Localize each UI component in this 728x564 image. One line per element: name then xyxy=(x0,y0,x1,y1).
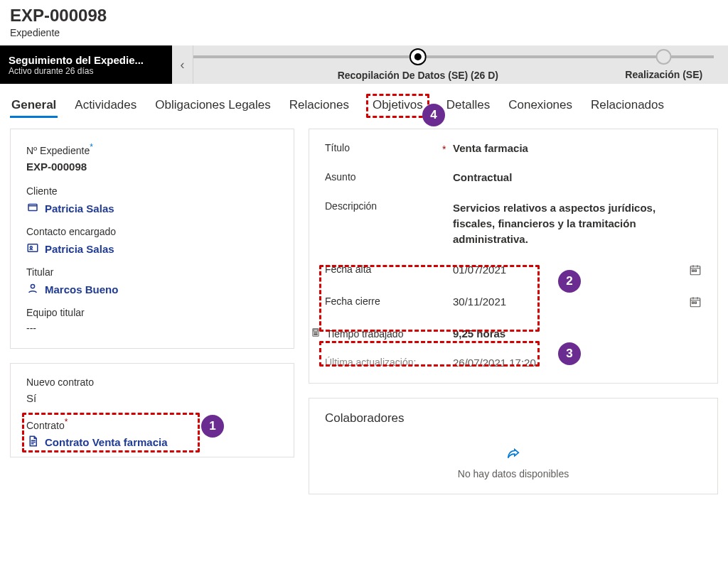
tab-general[interactable]: General xyxy=(10,94,58,118)
bpf-name: Seguimiento del Expedie... xyxy=(9,54,164,66)
titular-value: Marcos Bueno xyxy=(45,283,118,295)
contact-icon xyxy=(26,242,39,256)
entity-name: Expediente xyxy=(10,27,718,38)
equipo-label: Equipo titular xyxy=(26,307,278,318)
callout-1: 1 xyxy=(201,415,224,438)
svg-rect-14 xyxy=(314,330,318,331)
svg-point-17 xyxy=(316,332,317,333)
business-process-flow: Seguimiento del Expedie... Activo durant… xyxy=(0,45,728,84)
contrato-value: Contrato Venta farmacia xyxy=(45,436,168,448)
bpf-collapse-button[interactable]: ‹ xyxy=(172,45,193,84)
num-expediente-value[interactable]: EXP-000098 xyxy=(26,161,278,173)
bpf-title-block[interactable]: Seguimiento del Expedie... Activo durant… xyxy=(0,45,172,84)
num-expediente-label: Nº Expediente* xyxy=(26,142,278,156)
titular-label: Titular xyxy=(26,266,278,278)
tab-relacionados[interactable]: Relacionados xyxy=(589,94,665,118)
contacto-label: Contacto encargado xyxy=(26,226,278,237)
chevron-left-icon: ‹ xyxy=(181,58,185,72)
bpf-track: Recopilación De Datos (SE) (26 D) Realiz… xyxy=(193,45,728,84)
svg-rect-3 xyxy=(28,204,37,210)
tiempo-label: Tiempo trabajado xyxy=(325,327,453,340)
colaboradores-empty-text: No hay datos disponibles xyxy=(325,468,702,479)
svg-point-20 xyxy=(316,335,317,335)
fecha-cierre-calendar-button[interactable] xyxy=(666,295,702,310)
contrato-lookup[interactable]: Contrato Venta farmacia xyxy=(26,435,278,450)
titulo-label: Título* xyxy=(325,142,453,153)
svg-point-5 xyxy=(30,246,32,248)
titulo-value[interactable]: Venta farmacia xyxy=(453,142,666,154)
svg-rect-11 xyxy=(692,302,694,303)
document-icon xyxy=(26,435,39,450)
record-header: EXP-000098 Expediente xyxy=(0,0,728,41)
calendar-icon xyxy=(689,299,702,310)
nuevo-contrato-label: Nuevo contrato xyxy=(26,376,278,388)
contacto-value: Patricia Salas xyxy=(45,243,114,255)
descripcion-value[interactable]: Servicios relativos a aspectos jurídicos… xyxy=(453,200,666,246)
callout-2: 2 xyxy=(558,270,581,293)
tab-objetivos[interactable]: Objetivos xyxy=(366,94,429,118)
bpf-status: Activo durante 26 días xyxy=(9,66,164,76)
equipo-value[interactable]: --- xyxy=(26,322,278,334)
tab-obligaciones[interactable]: Obligaciones Legales xyxy=(154,94,272,118)
calculator-icon xyxy=(311,327,321,340)
form-tabs: General Actividades Obligaciones Legales… xyxy=(0,84,728,119)
colaboradores-card: Colaboradores No hay datos disponibles xyxy=(309,398,718,494)
fecha-alta-label: Fecha alta xyxy=(325,264,453,275)
record-title: EXP-000098 xyxy=(10,6,718,26)
svg-rect-9 xyxy=(695,270,696,271)
callout-3: 3 xyxy=(558,342,581,365)
nuevo-contrato-value[interactable]: Sí xyxy=(26,392,278,404)
stage-active-icon xyxy=(338,48,498,65)
tab-conexiones[interactable]: Conexiones xyxy=(507,94,574,118)
person-icon xyxy=(26,282,39,297)
svg-point-1 xyxy=(414,53,422,60)
fecha-alta-calendar-button[interactable] xyxy=(666,264,702,278)
svg-point-16 xyxy=(315,332,316,333)
svg-rect-8 xyxy=(692,270,694,271)
left-contract-card: Nuevo contrato Sí Contrato* Contrato Ven… xyxy=(10,363,294,458)
cliente-lookup[interactable]: Patricia Salas xyxy=(26,201,278,216)
form-content: Nº Expediente* EXP-000098 Cliente Patric… xyxy=(0,119,728,504)
calendar-icon xyxy=(689,267,702,278)
titular-lookup[interactable]: Marcos Bueno xyxy=(26,282,278,297)
tiempo-value: 9,25 horas xyxy=(453,327,666,340)
descripcion-label: Descripción xyxy=(325,200,453,212)
ultima-actualizacion-label: Última actualización: xyxy=(325,357,453,368)
bpf-stage1-label: Recopilación De Datos (SE) (26 D) xyxy=(338,70,498,81)
svg-point-15 xyxy=(314,332,315,333)
stage-inactive-icon xyxy=(625,49,702,65)
bpf-stage-active[interactable]: Recopilación De Datos (SE) (26 D) xyxy=(338,48,498,81)
tab-detalles[interactable]: Detalles xyxy=(445,94,491,118)
tab-actividades[interactable]: Actividades xyxy=(73,94,138,118)
asunto-value[interactable]: Contractual xyxy=(453,171,666,183)
account-icon xyxy=(26,201,39,216)
bpf-stage-next[interactable]: Realización (SE) xyxy=(625,49,702,80)
cliente-label: Cliente xyxy=(26,185,278,197)
svg-point-2 xyxy=(657,50,671,64)
colaboradores-title: Colaboradores xyxy=(325,411,702,425)
svg-point-19 xyxy=(315,335,316,335)
svg-point-18 xyxy=(314,335,315,335)
fecha-cierre-value[interactable]: 30/11/2021 xyxy=(453,295,666,308)
right-detail-card: Título* Venta farmacia Asunto Contractua… xyxy=(309,129,718,384)
left-main-card: Nº Expediente* EXP-000098 Cliente Patric… xyxy=(10,129,294,349)
bpf-stage2-label: Realización (SE) xyxy=(625,69,702,80)
svg-rect-12 xyxy=(695,302,696,303)
contacto-lookup[interactable]: Patricia Salas xyxy=(26,242,278,256)
fecha-cierre-label: Fecha cierre xyxy=(325,295,453,307)
cliente-value: Patricia Salas xyxy=(45,202,114,215)
svg-rect-4 xyxy=(28,244,38,251)
colaboradores-empty: No hay datos disponibles xyxy=(325,447,702,479)
share-icon xyxy=(325,447,702,462)
contrato-label: Contrato* xyxy=(26,417,278,431)
callout-4: 4 xyxy=(422,104,445,126)
svg-point-6 xyxy=(31,284,34,288)
asunto-label: Asunto xyxy=(325,171,453,183)
tab-relaciones[interactable]: Relaciones xyxy=(288,94,350,118)
